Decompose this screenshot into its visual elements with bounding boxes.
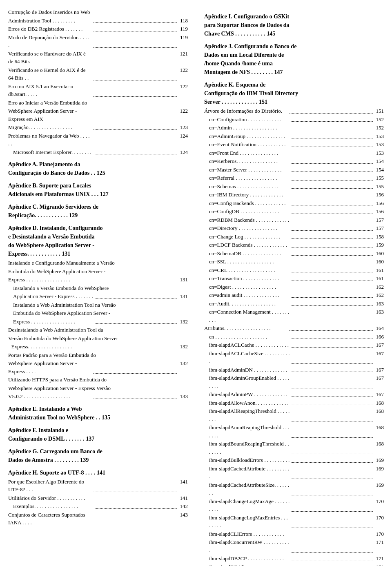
list-item: Verificando se o Hardware do AIX é de 64… [8,50,188,66]
appendix-f-heading: Apêndice F. Instalando e Configurando o … [8,426,188,443]
list-item: Erros do DB2 Registrados . . . . . . . 1… [8,25,188,33]
list-item: WebSphere Application Server - Express .… [8,359,188,375]
list-item: cn=Event Notification . . . . . . . . . … [204,140,384,149]
list-item: ibm-slapdChangeLogMaxEntries . . . . . .… [204,514,384,530]
list-item: Conjuntos de Caracteres Suportados IANA … [8,511,188,527]
appendix-j-heading: Apêndice J. Configurando o Banco de Dado… [204,42,384,76]
appendix-j: Apêndice J. Configurando o Banco de Dado… [204,42,384,76]
list-item: ibm-slapdChangeLogMaxAge . . . . . . . .… [204,497,384,513]
list-item: cn=Master Server . . . . . . . . . . . .… [204,166,384,174]
list-item: Administration Tool . . . . . . . . . 11… [8,17,188,25]
list-item: Corrupção de Dados Inseridos no Web [8,8,188,16]
list-item: Embutida do WebSphere Application Server… [8,309,188,317]
list-item: Utilitários do Servidor . . . . . . . . … [8,494,188,502]
list-item: Versão Embutida do WebSphere Application… [8,334,188,343]
list-item: Exemplos. . . . . . . . . . . . . . . . … [8,502,188,510]
list-item: cn=Directory . . . . . . . . . . . . . .… [204,224,384,232]
list-item: ibm-slapdDBAlias. . . . . . . . . . . . … [204,563,384,566]
list-item: ibm-slapdAdminGroupEnabled . . . . . . .… [204,374,384,390]
list-item: cn=Front End . . . . . . . . . . . . . .… [204,149,384,157]
list-item: Erro no AIX 5.1 ao Executar o db2start. … [8,82,188,98]
list-item: cn=Schemas . . . . . . . . . . . . . . .… [204,183,384,191]
list-item: ibm-slapdAnonReapingThreshold . . . . . … [204,423,384,439]
list-item: cn=Connection Management . . . . . . . .… [204,308,384,324]
list-item: ibm-slapdAdminDN . . . . . . . . . . . .… [204,366,384,374]
list-item: Utilizando HTTPS para a Versão Embutida … [8,376,188,384]
appendix-c: Apêndice C. Migrando Servidores de Repli… [8,203,188,220]
list-item: ibm-slapdAdminPW . . . . . . . . . . . .… [204,390,384,399]
list-item: Migração. . . . . . . . . . . . . . . . … [8,123,188,131]
list-item: ibm-slapdAllowAnon. . . . . . . . . . . … [204,399,384,407]
list-item: Árvore de Informações do Diretório. 151 [204,107,384,115]
list-item: cn=Admin . . . . . . . . . . . . . . . .… [204,124,384,132]
list-item: ibm-slapdBulkloadErrors . . . . . . . . … [204,456,384,464]
appendix-b-heading: Apêndice B. Suporte para Locales Adicion… [8,181,188,198]
list-item: Instalando a Versão Embutida do WebSpher… [8,284,188,292]
list-item: WebSphere Application Server - Express V… [8,384,188,392]
appendix-h-heading: Apêndice H. Suporte ao UTF-8 . . . . 141 [8,468,188,477]
list-item: cn=Audit. . . . . . . . . . . . . . . . … [204,300,384,308]
list-item: ibm-slapdACLCache . . . . . . . . . . . … [204,341,384,349]
list-item: ibm-slapdDB2CP . . . . . . . . . . . . .… [204,555,384,563]
right-column: Apêndice I. Configurando o GSKit para Su… [196,8,392,566]
list-item: ibm-slapdConcurrentRW . . . . . . . . . … [204,538,384,554]
list-item: cn=SchemaDB . . . . . . . . . . . . . . … [204,250,384,258]
list-item: Desinstalando a Web Administration Tool … [8,326,188,334]
appendix-e: Apêndice E. Instalando a Web Administrat… [8,405,188,422]
appendix-d-heading: Apêndice D. Instalando, Configurando e D… [8,224,188,258]
list-item: cn=Configuration . . . . . . . . . . . .… [204,116,384,124]
list-item: Verificando se o Kernel do AIX é de 64 B… [8,66,188,82]
list-item: Instalando a Web Administration Tool na … [8,301,188,309]
list-item: Microsoft Internet Explorer. . . . . . .… [8,148,188,156]
appendix-c-heading: Apêndice C. Migrando Servidores de Repli… [8,203,188,220]
list-item: cn=Transaction . . . . . . . . . . . . .… [204,274,384,283]
list-item: Express . . . . . . . . . . . . . . . . … [8,276,188,284]
list-item: cn . . . . . . . . . . . . . . . . . . .… [204,333,384,341]
list-item: cn=CRL . . . . . . . . . . . . . . . . .… [204,266,384,274]
page: Corrupção de Dados Inseridos no Web Admi… [0,0,392,566]
list-item: cn=LDCF Backends . . . . . . . . . . . .… [204,241,384,249]
appendix-a-heading: Apêndice A. Planejamento da Configuração… [8,160,188,177]
appendix-g-heading: Apêndice G. Carregando um Banco de Dados… [8,447,188,464]
list-item: cn=Kerberos. . . . . . . . . . . . . . .… [204,157,384,165]
list-item: cn=Digest . . . . . . . . . . . . . . . … [204,283,384,291]
list-item: Instalando e Configurando Manualmente a … [8,259,188,267]
list-item: ibm-slapdAllReapingThreshold . . . . . .… [204,407,384,423]
list-item: Atributos. . . . . . . . . . . . . . . .… [204,324,384,332]
appendix-i: Apêndice I. Configurando o GSKit para Su… [204,12,384,38]
list-item: ibm-slapdBoundReapingThreshold . . . . .… [204,440,384,456]
top-entries: Corrupção de Dados Inseridos no Web Admi… [8,8,188,156]
list-item: cn=ConfigDB . . . . . . . . . . . . . . … [204,207,384,216]
list-item: WebSphere Application Server - Express e… [8,107,188,123]
list-item: V5.0.2 . . . . . . . . . . . . . . . . .… [8,392,188,401]
appendix-a: Apêndice A. Planejamento da Configuração… [8,160,188,177]
list-item: cn=admin audit . . . . . . . . . . . . .… [204,291,384,299]
list-item: cn=IBM Directory . . . . . . . . . . . .… [204,191,384,199]
list-item: - Express. . . . . . . . . . . . . . . .… [8,343,188,351]
list-item: cn=AdminGroup . . . . . . . . . . . . . … [204,132,384,140]
list-item: Portas Padrão para a Versão Embutida do [8,351,188,359]
appendix-d: Apêndice D. Instalando, Configurando e D… [8,224,188,401]
list-item: ibm-slapdCachedAttributeSize. . . . . . … [204,481,384,497]
list-item: cn=Referral . . . . . . . . . . . . . . … [204,174,384,182]
list-item: Erro ao Iniciar a Versão Embutida do [8,99,188,107]
appendix-h: Apêndice H. Suporte ao UTF-8 . . . . 141… [8,468,188,527]
appendix-b: Apêndice B. Suporte para Locales Adicion… [8,181,188,198]
list-item: Express . . . . . . . . . . . . . . . . … [8,318,188,326]
appendix-k: Apêndice K. Esquema de Configuração do I… [204,80,384,566]
list-item: Application Server - Express . . . . . .… [8,292,188,301]
appendix-e-heading: Apêndice E. Instalando a Web Administrat… [8,405,188,422]
list-item: cn=RDBM Backends . . . . . . . . . . . .… [204,216,384,224]
list-item: ibm-slapdACLCacheSize . . . . . . . . . … [204,350,384,365]
list-item: cn=Change Log . . . . . . . . . . . . . … [204,233,384,241]
appendix-k-heading: Apêndice K. Esquema de Configuração do I… [204,80,384,106]
list-item: cn=SSL . . . . . . . . . . . . . . . . .… [204,258,384,266]
appendix-f: Apêndice F. Instalando e Configurando o … [8,426,188,443]
list-item: Modo de Depuração do Servidor. . . . . .… [8,33,188,49]
list-item: Problemas no Navegador da Web . . . . . … [8,132,188,148]
list-item: cn=Config Backends . . . . . . . . . . .… [204,199,384,207]
list-item: ibm-slapdCLIErrors . . . . . . . . . . .… [204,530,384,538]
list-item: Por que Escolher Algo Diferente do UTF-8… [8,478,188,494]
left-column: Corrupção de Dados Inseridos no Web Admi… [0,8,196,566]
appendix-i-heading: Apêndice I. Configurando o GSKit para Su… [204,12,384,38]
